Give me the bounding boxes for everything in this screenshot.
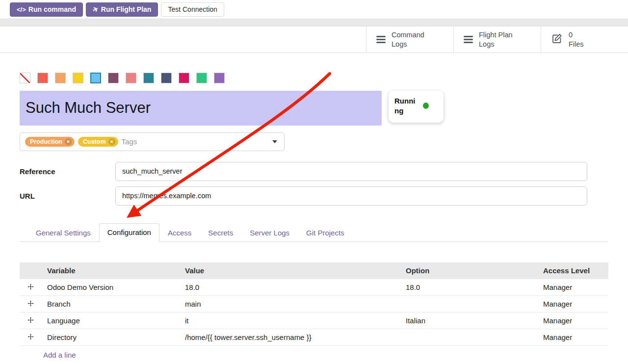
tag-remove-icon[interactable]: ✕ [108,138,115,145]
drag-handle-icon[interactable] [20,295,41,312]
color-swatch-salmon[interactable] [126,73,136,83]
command-logs-button[interactable]: Command Logs [366,26,453,52]
color-swatch-green[interactable] [196,73,207,83]
table-header-row: Variable Value Option Access Level [20,262,608,279]
tag-production[interactable]: Production ✕ [25,137,75,147]
tab-configuration[interactable]: Configuration [99,223,159,242]
color-swatch-dark-purple[interactable] [108,73,119,83]
reference-input[interactable]: such_much_server [115,162,587,181]
run-flight-plan-label: Run Flight Plan [101,5,152,13]
color-swatch-teal[interactable] [143,73,154,83]
files-button[interactable]: 0 Files [541,26,628,52]
server-form: Reference such_much_server URL https://m… [20,162,608,206]
status-button[interactable]: Running [389,91,444,123]
cell-option[interactable] [400,295,537,312]
color-swatch-navy[interactable] [161,73,172,83]
tag-production-label: Production [30,138,62,145]
run-command-button[interactable]: </> Run command [10,2,83,17]
cell-variable[interactable]: Odoo Demo Version [41,279,179,295]
header-bar: Command Logs Flight Plan Logs 0 Files [0,26,628,53]
color-swatch-red[interactable] [37,73,48,83]
status-dot [423,103,429,109]
column-header-option: Option [400,262,537,279]
server-name-field[interactable]: Such Much Server [20,91,382,126]
page: </> Run command ✈ Run Flight Plan Test C… [0,0,628,364]
files-label: Files [569,40,584,49]
cell-option[interactable] [400,329,537,345]
title-row: Such Much Server Running [20,91,608,126]
cell-value[interactable]: it [179,312,400,329]
color-swatch-magenta[interactable] [179,73,189,83]
tab-git-projects[interactable]: Git Projects [298,224,353,242]
drag-handle-icon[interactable] [20,312,41,329]
cell-option[interactable]: Italian [400,312,537,329]
plane-icon: ✈ [91,4,100,14]
column-header-variable: Variable [41,262,179,279]
cell-option[interactable]: 18.0 [400,279,537,295]
column-header-value: Value [179,262,400,279]
color-swatch-no-color[interactable] [20,73,30,83]
status-label: Running [394,96,419,116]
color-swatch-cyan-selected[interactable] [90,73,101,83]
cell-variable[interactable]: Language [41,312,179,329]
flight-plan-logs-button[interactable]: Flight Plan Logs [453,26,541,52]
reference-label: Reference [20,167,115,176]
cell-value[interactable]: main [179,295,400,312]
flight-plan-logs-label-line1: Flight Plan [479,30,513,39]
separator-strip [0,19,628,26]
tag-custom[interactable]: Custom ✕ [78,137,118,147]
color-picker [20,73,608,83]
tag-remove-icon[interactable]: ✕ [65,138,72,145]
test-connection-label: Test Connection [168,5,217,13]
table-row: Directory /home/{{ tower.server.ssh_user… [20,329,608,345]
command-logs-label-line2: Logs [392,40,424,49]
tab-server-logs[interactable]: Server Logs [241,224,298,242]
flight-plan-logs-label-line2: Logs [479,40,513,49]
add-a-line-link[interactable]: Add a line [43,351,76,359]
table-row: Language it Italian Manager [20,312,608,329]
url-label: URL [20,192,115,200]
column-header-access-level: Access Level [537,262,608,279]
edit-icon [551,33,563,47]
top-toolbar: </> Run command ✈ Run Flight Plan Test C… [0,0,628,19]
command-logs-label-line1: Command [392,30,424,39]
notebook-tabs: General Settings Configuration Access Se… [20,223,608,242]
tab-access[interactable]: Access [159,224,200,242]
cell-access-level[interactable]: Manager [537,279,608,295]
cell-variable[interactable]: Branch [41,295,179,312]
cell-value[interactable]: 18.0 [179,279,400,295]
table-row: Branch main Manager [20,295,608,312]
chevron-down-icon[interactable] [272,140,277,143]
tags-field[interactable]: Production ✕ Custom ✕ Tags [20,132,285,151]
cell-value[interactable]: /home/{{ tower.server.ssh_username }} [179,329,400,345]
tags-placeholder: Tags [122,137,137,146]
tab-secrets[interactable]: Secrets [200,224,241,242]
configuration-table: Variable Value Option Access Level Odoo … [20,262,608,364]
cell-variable[interactable]: Directory [41,329,179,345]
files-count: 0 [569,30,584,39]
url-input[interactable]: https://memes.example.com [115,186,587,206]
main-content: Such Much Server Running Production ✕ Cu… [0,73,628,364]
tab-general-settings[interactable]: General Settings [27,224,99,242]
run-flight-plan-button[interactable]: ✈ Run Flight Plan [86,2,158,17]
run-command-label: Run command [28,5,76,13]
code-icon: </> [17,6,26,13]
menu-icon [376,36,386,43]
drag-handle-icon[interactable] [20,279,41,295]
cell-access-level[interactable]: Manager [537,312,608,329]
menu-icon [464,36,473,43]
color-swatch-yellow[interactable] [73,73,83,83]
cell-access-level[interactable]: Manager [537,329,608,345]
test-connection-button[interactable]: Test Connection [161,2,224,17]
color-swatch-purple[interactable] [214,73,225,83]
add-line-row: Add a line [20,345,608,364]
handle-column-header [20,262,41,279]
color-swatch-orange[interactable] [55,73,66,83]
tag-custom-label: Custom [83,138,106,145]
drag-handle-icon[interactable] [20,329,41,345]
table-row: Odoo Demo Version 18.0 18.0 Manager [20,279,608,295]
cell-access-level[interactable]: Manager [537,295,608,312]
